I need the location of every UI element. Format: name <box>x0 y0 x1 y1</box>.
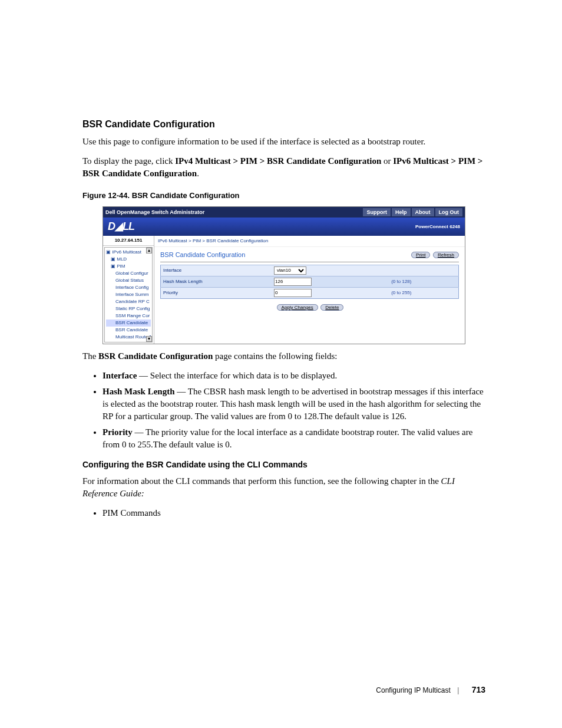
top-links: Support Help About Log Out <box>363 208 462 217</box>
tree-bsr-candidate-2[interactable]: BSR Candidate <box>106 327 151 334</box>
interface-label: Interface <box>161 265 272 276</box>
config-form: Interface vlan10 Hash Mask Length <box>160 265 459 299</box>
delete-button[interactable]: Delete <box>320 304 343 311</box>
tree-candidate-rp-c[interactable]: Candidate RP C <box>106 298 151 305</box>
page-footer: Configuring IP Multicast | 713 <box>82 684 485 696</box>
interface-select[interactable]: vlan10 <box>274 266 306 275</box>
nav-lead: To display the page, click <box>82 156 175 166</box>
model-label: PowerConnect 6248 <box>415 223 460 230</box>
tree-ipv6-multicast[interactable]: ▣ IPv6 Multicast <box>106 249 151 256</box>
nav-path-a: IPv4 Multicast > PIM > BSR Candidate Con… <box>175 156 381 166</box>
footer-chapter-title: Configuring IP Multicast <box>376 686 451 694</box>
sidebar: 10.27.64.151 ▴ ▣ IPv6 Multicast ▣ MLD ▣ … <box>103 236 154 343</box>
tree-global-configur[interactable]: Global Configur <box>106 270 151 277</box>
logout-link[interactable]: Log Out <box>435 208 463 217</box>
scroll-up-icon[interactable]: ▴ <box>146 248 152 253</box>
field-priority-desc: — The priority value for the local inter… <box>103 427 472 449</box>
logo-bar: D◢LL PowerConnect 6248 <box>103 218 465 236</box>
refresh-button[interactable]: Refresh <box>433 252 459 258</box>
field-interface-desc: — Select the interface for which data is… <box>137 371 337 380</box>
tree-bsr-candidate-selected[interactable]: BSR Candidate <box>106 319 151 327</box>
tree-pim[interactable]: ▣ PIM <box>106 263 151 270</box>
figure-caption: Figure 12-44. BSR Candidate Configuratio… <box>82 190 485 201</box>
priority-input[interactable] <box>274 289 312 297</box>
tree-ssm-range-cor[interactable]: SSM Range Cor <box>106 312 151 319</box>
cli-paragraph: For information about the CLI commands t… <box>82 475 485 500</box>
tree-global-status[interactable]: Global Status <box>106 277 151 284</box>
fields-intro-bold: BSR Candidate Configuration <box>98 351 213 361</box>
field-priority-term: Priority <box>103 427 133 437</box>
tree-interface-config[interactable]: Interface Config <box>106 284 151 291</box>
app-title: Dell OpenManage Switch Administrator <box>105 209 204 216</box>
cli-heading: Configuring the BSR Candidate using the … <box>82 459 485 471</box>
field-priority: Priority — The priority value for the lo… <box>103 426 485 451</box>
tree-mld[interactable]: ▣ MLD <box>106 256 151 263</box>
app-titlebar: Dell OpenManage Switch Administrator Sup… <box>103 207 465 218</box>
field-interface-term: Interface <box>103 371 137 380</box>
scroll-down-icon[interactable]: ▾ <box>146 336 152 342</box>
field-hash-mask-length: Hash Mask Length — The CBSR hash mask le… <box>103 386 485 423</box>
hash-mask-length-input[interactable] <box>274 278 312 286</box>
field-interface: Interface — Select the interface for whi… <box>103 370 485 382</box>
section-heading: BSR Candidate Configuration <box>82 118 485 131</box>
footer-page-number: 713 <box>472 685 485 694</box>
priority-hint: (0 to 255) <box>389 287 458 298</box>
tree-multicast-route-ta[interactable]: Multicast Route Ta <box>106 334 151 341</box>
nav-paragraph: To display the page, click IPv4 Multicas… <box>82 155 485 180</box>
tree-static-rp-config[interactable]: Static RP Config <box>106 305 151 312</box>
field-list: Interface — Select the interface for whi… <box>82 370 485 451</box>
support-link[interactable]: Support <box>363 208 391 217</box>
screenshot: Dell OpenManage Switch Administrator Sup… <box>103 206 465 344</box>
panel-title: BSR Candidate Configuration <box>160 251 245 259</box>
cli-pim-commands: PIM Commands <box>103 507 485 519</box>
cli-para-lead: For information about the CLI commands t… <box>82 476 441 486</box>
hash-mask-length-hint: (0 to 128) <box>389 276 458 287</box>
priority-label: Priority <box>161 287 272 298</box>
fields-intro: The BSR Candidate Configuration page con… <box>82 350 485 363</box>
content-pane: IPv6 Multicast > PIM > BSR Candidate Con… <box>154 236 465 343</box>
dell-logo: D◢LL <box>108 219 134 234</box>
print-button[interactable]: Print <box>411 252 430 258</box>
field-hash-term: Hash Mask Length <box>103 387 175 396</box>
help-link[interactable]: Help <box>392 208 411 217</box>
hash-mask-length-label: Hash Mask Length <box>161 276 272 287</box>
footer-separator: | <box>457 686 459 694</box>
nav-or: or <box>381 156 393 166</box>
device-ip[interactable]: 10.27.64.151 <box>103 236 154 245</box>
nav-tree[interactable]: ▴ ▣ IPv6 Multicast ▣ MLD ▣ PIM Global Co… <box>104 247 153 342</box>
apply-changes-button[interactable]: Apply Changes <box>277 304 318 311</box>
cli-chapter-list: PIM Commands <box>82 507 485 519</box>
fields-intro-tail: page contains the following fields: <box>213 351 337 361</box>
nav-period: . <box>197 169 199 178</box>
intro-paragraph: Use this page to configure information t… <box>82 136 485 148</box>
breadcrumb: IPv6 Multicast > PIM > BSR Candidate Con… <box>154 236 465 246</box>
about-link[interactable]: About <box>412 208 434 217</box>
tree-interface-summ[interactable]: Interface Summ <box>106 291 151 298</box>
fields-intro-lead: The <box>82 351 98 361</box>
